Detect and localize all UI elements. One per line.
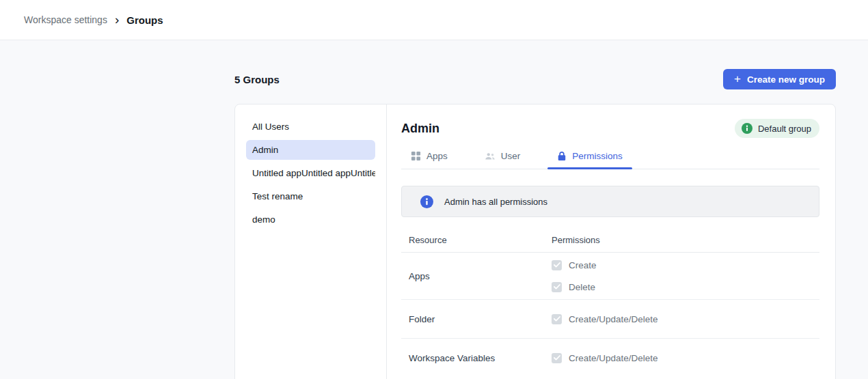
groups-card: All UsersAdminUntitled appUntitled appUn…	[234, 104, 836, 379]
permission-item: Create/Update/Delete	[552, 340, 658, 376]
group-detail-panel: Admin Default group AppsUserPermissions …	[387, 104, 835, 379]
permission-item: Create	[552, 254, 597, 276]
permission-checkbox[interactable]	[552, 282, 562, 292]
permissions-cell: Create/Update/Delete	[552, 301, 658, 337]
lock-icon	[557, 151, 567, 161]
tab-label: Permissions	[572, 151, 623, 161]
default-group-badge: Default group	[735, 119, 819, 138]
permissions-cell: Create/Update/Delete	[552, 340, 658, 376]
permission-checkbox[interactable]	[552, 314, 562, 324]
table-header: ResourcePermissions	[401, 228, 819, 253]
permission-label: Create/Update/Delete	[569, 314, 658, 324]
column-header-resource: Resource	[401, 235, 552, 245]
group-list: All UsersAdminUntitled appUntitled appUn…	[235, 104, 387, 379]
group-list-item-demo[interactable]: demo	[246, 210, 375, 229]
tab-bar: AppsUserPermissions	[401, 143, 819, 169]
banner-text: Admin has all permissions	[444, 197, 547, 207]
info-icon	[420, 195, 433, 208]
table-row: Workspace VariablesCreate/Update/Delete	[401, 339, 819, 377]
resource-label: Workspace Variables	[401, 353, 552, 363]
permission-label: Create	[569, 260, 597, 270]
permission-item: Create/Update/Delete	[552, 301, 658, 337]
users-icon	[485, 152, 496, 161]
group-title: Admin	[401, 122, 439, 136]
resource-label: Folder	[401, 314, 552, 324]
permission-label: Delete	[569, 282, 595, 292]
info-icon	[742, 123, 752, 134]
permissions-banner: Admin has all permissions	[401, 186, 819, 217]
breadcrumb-chevron-icon: ›	[115, 13, 119, 26]
group-list-item-test-rename[interactable]: Test rename	[246, 186, 375, 206]
permission-item: Delete	[552, 276, 597, 298]
resource-label: Apps	[401, 271, 552, 281]
group-list-item-all-users[interactable]: All Users	[246, 117, 375, 137]
badge-label: Default group	[758, 124, 811, 134]
column-header-permissions: Permissions	[552, 235, 600, 245]
top-bar: Workspace settings › Groups	[0, 0, 868, 40]
breadcrumb-workspace-settings[interactable]: Workspace settings	[24, 14, 107, 25]
page-header: 5 Groups + Create new group	[234, 69, 836, 89]
groups-count-label: 5 Groups	[234, 74, 280, 85]
tab-permissions[interactable]: Permissions	[547, 143, 632, 169]
tab-user[interactable]: User	[475, 143, 530, 169]
permissions-table: AppsCreateDeleteFolderCreate/Update/Dele…	[401, 253, 819, 377]
permission-checkbox[interactable]	[552, 260, 562, 270]
tab-apps[interactable]: Apps	[401, 143, 457, 169]
create-new-group-button[interactable]: + Create new group	[723, 69, 836, 89]
group-detail-header: Admin Default group	[401, 116, 819, 141]
apps-grid-icon	[411, 151, 421, 161]
permissions-cell: CreateDelete	[552, 254, 597, 298]
table-row: AppsCreateDelete	[401, 253, 819, 300]
group-list-item-admin[interactable]: Admin	[246, 140, 375, 160]
breadcrumb-groups: Groups	[126, 14, 163, 26]
plus-icon: +	[734, 73, 741, 85]
tab-label: Apps	[426, 151, 448, 161]
permission-label: Create/Update/Delete	[569, 353, 658, 363]
group-list-item-untitled-appuntitled-app[interactable]: Untitled appUntitled appUntitle…	[246, 163, 375, 183]
permission-checkbox[interactable]	[552, 353, 562, 363]
create-button-label: Create new group	[747, 74, 825, 85]
table-row: FolderCreate/Update/Delete	[401, 300, 819, 339]
tab-label: User	[501, 151, 521, 161]
